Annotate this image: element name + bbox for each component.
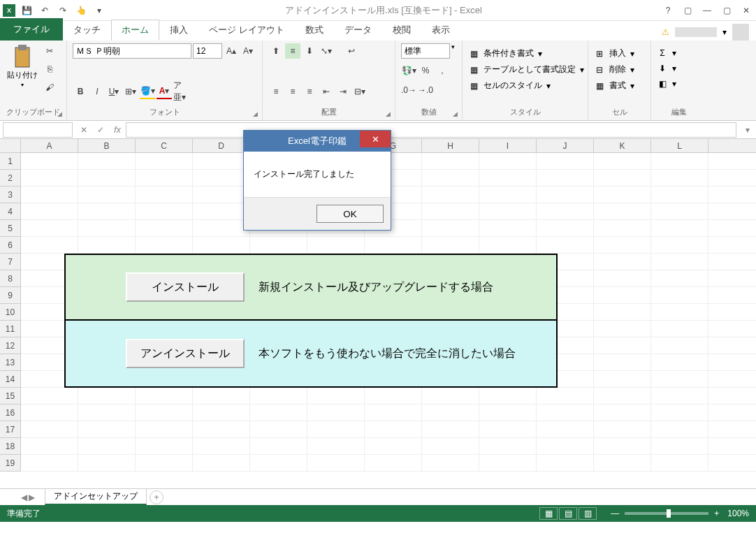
decrease-font-icon[interactable]: A▾: [240, 43, 256, 59]
column-header[interactable]: I: [479, 139, 537, 152]
column-header[interactable]: K: [594, 139, 651, 152]
cell-styles-button[interactable]: ▦セルのスタイル ▾: [468, 78, 551, 93]
paste-button[interactable]: 貼り付け ▾: [6, 43, 39, 89]
tab-review[interactable]: 校閲: [382, 20, 421, 41]
sheet-tab-active[interactable]: アドインセットアップ: [45, 489, 147, 505]
column-header[interactable]: J: [537, 139, 594, 152]
border-button[interactable]: ⊞▾: [123, 84, 138, 99]
install-button[interactable]: インストール: [126, 272, 245, 302]
row-header[interactable]: 16: [0, 404, 21, 421]
currency-icon[interactable]: 💱▾: [401, 63, 416, 78]
alignment-launcher-icon[interactable]: ◢: [386, 110, 391, 117]
dialog-ok-button[interactable]: OK: [317, 205, 384, 223]
save-icon[interactable]: 💾: [20, 3, 34, 17]
sheet-nav-prev-icon[interactable]: ◀: [21, 492, 27, 502]
wrap-text-icon[interactable]: ↩: [344, 43, 359, 59]
autosum-button[interactable]: Σ▾: [657, 46, 676, 60]
cut-icon[interactable]: ✂: [42, 43, 57, 59]
row-header[interactable]: 17: [0, 421, 21, 438]
pagelayout-view-icon[interactable]: ▤: [559, 507, 577, 520]
number-format-select[interactable]: [401, 43, 450, 59]
tab-touch[interactable]: タッチ: [63, 20, 111, 41]
enter-formula-icon[interactable]: ✓: [92, 125, 109, 135]
align-center-icon[interactable]: ≡: [285, 84, 300, 99]
fill-color-button[interactable]: 🪣▾: [140, 84, 155, 99]
qat-dropdown-icon[interactable]: ▾: [92, 3, 106, 17]
align-middle-icon[interactable]: ≡: [285, 43, 300, 59]
column-header[interactable]: L: [651, 139, 708, 152]
undo-icon[interactable]: ↶: [38, 3, 52, 17]
help-icon[interactable]: ?: [661, 3, 675, 17]
delete-cells-button[interactable]: ⊟削除 ▾: [594, 62, 634, 77]
zoom-out-button[interactable]: —: [611, 509, 619, 518]
formula-bar[interactable]: [126, 122, 736, 138]
avatar[interactable]: [732, 24, 749, 41]
tab-insert[interactable]: 挿入: [159, 20, 198, 41]
column-header[interactable]: D: [193, 139, 250, 152]
bold-button[interactable]: B: [73, 84, 88, 99]
insert-cells-button[interactable]: ⊞挿入 ▾: [594, 46, 634, 61]
pagebreak-view-icon[interactable]: ▥: [579, 507, 597, 520]
font-launcher-icon[interactable]: ◢: [253, 110, 258, 117]
user-dropdown-icon[interactable]: ▾: [722, 27, 727, 37]
column-header[interactable]: A: [21, 139, 78, 152]
touch-mode-icon[interactable]: 👆: [74, 3, 88, 17]
ribbon-options-icon[interactable]: ▢: [681, 3, 695, 17]
column-header[interactable]: B: [78, 139, 136, 152]
align-bottom-icon[interactable]: ⬇: [302, 43, 317, 59]
align-right-icon[interactable]: ≡: [302, 84, 317, 99]
tab-pagelayout[interactable]: ページ レイアウト: [198, 20, 295, 41]
column-header[interactable]: C: [136, 139, 193, 152]
underline-button[interactable]: U▾: [106, 84, 122, 99]
normal-view-icon[interactable]: ▦: [539, 507, 558, 520]
increase-font-icon[interactable]: A▴: [224, 43, 239, 59]
format-cells-button[interactable]: ▦書式 ▾: [594, 78, 634, 93]
uninstall-button[interactable]: アンインストール: [126, 339, 245, 368]
tab-home[interactable]: ホーム: [111, 20, 159, 41]
fx-icon[interactable]: fx: [109, 125, 126, 135]
zoom-in-button[interactable]: +: [714, 509, 719, 518]
fill-button[interactable]: ⬇▾: [657, 61, 676, 75]
column-header[interactable]: H: [422, 139, 479, 152]
sheet-nav-next-icon[interactable]: ▶: [29, 492, 35, 502]
row-header[interactable]: 3: [0, 187, 21, 203]
cancel-formula-icon[interactable]: ✕: [75, 125, 92, 135]
row-header[interactable]: 6: [0, 237, 21, 254]
select-all-corner[interactable]: [0, 139, 21, 152]
increase-indent-icon[interactable]: ⇥: [335, 84, 351, 99]
dialog-close-button[interactable]: ✕: [360, 131, 391, 147]
align-top-icon[interactable]: ⬆: [268, 43, 284, 59]
row-header[interactable]: 15: [0, 388, 21, 404]
row-header[interactable]: 19: [0, 455, 21, 472]
number-launcher-icon[interactable]: ◢: [453, 110, 458, 117]
italic-button[interactable]: I: [89, 84, 105, 99]
row-header[interactable]: 1: [0, 153, 21, 170]
align-left-icon[interactable]: ≡: [268, 84, 284, 99]
decrease-decimal-icon[interactable]: →.0: [418, 82, 433, 98]
font-name-select[interactable]: [73, 43, 191, 59]
row-header[interactable]: 13: [0, 354, 21, 371]
tab-view[interactable]: 表示: [421, 20, 460, 41]
warning-icon[interactable]: ⚠: [662, 27, 669, 37]
maximize-icon[interactable]: ▢: [720, 3, 734, 17]
row-header[interactable]: 4: [0, 203, 21, 220]
zoom-level[interactable]: 100%: [727, 509, 749, 518]
row-header[interactable]: 18: [0, 438, 21, 455]
format-as-table-button[interactable]: ▦テーブルとして書式設定 ▾: [468, 62, 584, 77]
row-header[interactable]: 5: [0, 220, 21, 237]
row-header[interactable]: 7: [0, 254, 21, 270]
row-header[interactable]: 11: [0, 321, 21, 337]
expand-formula-icon[interactable]: ▾: [739, 125, 756, 135]
percent-icon[interactable]: %: [418, 63, 433, 78]
increase-decimal-icon[interactable]: .0→: [401, 82, 416, 98]
close-icon[interactable]: ✕: [739, 3, 753, 17]
row-header[interactable]: 14: [0, 371, 21, 388]
orientation-icon[interactable]: ⤡▾: [319, 43, 334, 59]
tab-file[interactable]: ファイル: [0, 18, 63, 41]
font-color-button[interactable]: A▾: [157, 84, 172, 99]
user-name-placeholder[interactable]: [675, 27, 717, 37]
format-painter-icon[interactable]: 🖌: [42, 80, 57, 95]
row-header[interactable]: 8: [0, 270, 21, 287]
redo-icon[interactable]: ↷: [56, 3, 70, 17]
name-box[interactable]: [3, 122, 73, 138]
